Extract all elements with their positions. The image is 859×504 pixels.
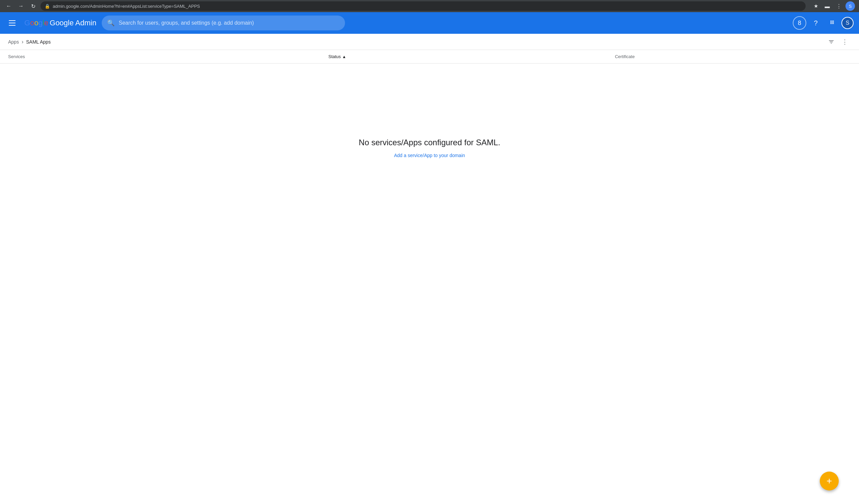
search-placeholder: Search for users, groups, and settings (… (119, 20, 254, 26)
bookmark-button[interactable]: ★ (811, 1, 820, 11)
breadcrumb-separator: › (21, 39, 23, 45)
hamburger-icon (9, 20, 16, 26)
browser-menu-button[interactable]: ⋮ (834, 1, 843, 11)
admin-label: Google Admin (50, 19, 96, 27)
address-bar[interactable]: 🔒 admin.google.com/AdminHome?hl=en#AppsL… (41, 1, 805, 11)
app-header: Google Google Admin 🔍 Search for users, … (0, 12, 859, 34)
filter-button[interactable] (825, 36, 838, 48)
reload-button[interactable]: ↻ (28, 1, 38, 11)
back-button[interactable]: ← (4, 1, 14, 11)
status-label: Status (329, 54, 341, 59)
lock-icon: 🔒 (45, 4, 50, 9)
browser-user-avatar[interactable]: S (845, 1, 855, 11)
table-header: Services Status ▲ Certificate (0, 50, 859, 63)
breadcrumb: Apps › SAML Apps (8, 39, 51, 45)
help-button[interactable]: ? (809, 16, 823, 30)
more-icon: ⋮ (842, 38, 848, 46)
column-services: Services (8, 54, 329, 59)
filter-icon (828, 39, 834, 45)
more-options-button[interactable]: ⋮ (839, 36, 851, 48)
search-bar[interactable]: 🔍 Search for users, groups, and settings… (102, 16, 345, 30)
sort-arrow-icon: ▲ (342, 55, 346, 59)
add-service-link[interactable]: Add a service/App to your domain (394, 153, 465, 158)
browser-chrome: ← → ↻ 🔒 admin.google.com/AdminHome?hl=en… (0, 0, 859, 12)
column-certificate: Certificate (615, 54, 851, 59)
main-content: No services/Apps configured for SAML. Ad… (0, 63, 859, 232)
header-right-icons: 8 ? S (793, 16, 854, 30)
breadcrumb-current: SAML Apps (26, 39, 51, 45)
grid-icon (829, 19, 835, 26)
user-avatar[interactable]: S (841, 17, 854, 29)
search-icon: 🔍 (107, 19, 115, 27)
support-badge[interactable]: 8 (793, 16, 806, 30)
url-text: admin.google.com/AdminHome?hl=en#AppsLis… (53, 4, 200, 9)
breadcrumb-bar: Apps › SAML Apps ⋮ (0, 34, 859, 50)
extensions-button[interactable]: ▬ (823, 1, 832, 11)
forward-button[interactable]: → (16, 1, 26, 11)
column-status[interactable]: Status ▲ (329, 54, 615, 59)
breadcrumb-apps-link[interactable]: Apps (8, 39, 19, 45)
hamburger-button[interactable] (5, 16, 19, 30)
google-wordmark: Google (24, 19, 48, 27)
empty-state-title: No services/Apps configured for SAML. (359, 138, 500, 147)
app-logo: Google Google Admin (24, 19, 96, 27)
breadcrumb-actions: ⋮ (825, 36, 851, 48)
apps-button[interactable] (825, 16, 839, 30)
browser-right-actions: ★ ▬ ⋮ S (811, 1, 855, 11)
